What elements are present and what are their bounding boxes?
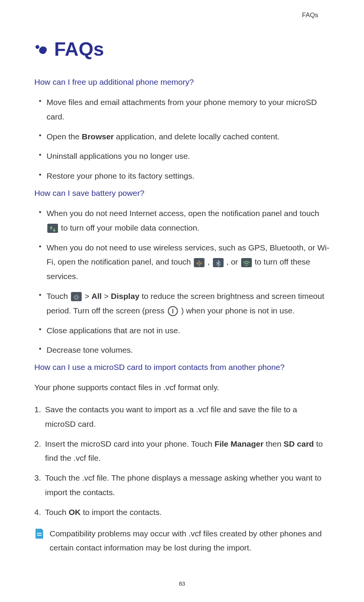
item-number: 2. bbox=[34, 437, 41, 451]
bluetooth-icon bbox=[213, 258, 224, 267]
list-item-text-mid: > bbox=[102, 292, 111, 300]
numbered-item-text-pre: Insert the microSD card into your phone.… bbox=[45, 439, 214, 448]
numbered-item-bold: File Manager bbox=[214, 439, 263, 448]
list-item-text: Move files and email attachments from yo… bbox=[47, 98, 317, 121]
numbered-item: 4. Touch OK to import the contacts. bbox=[34, 505, 330, 520]
mobile-data-icon bbox=[47, 224, 58, 233]
list-item-bold: Display bbox=[111, 292, 140, 300]
numbered-item-text-pre: Touch bbox=[45, 508, 69, 516]
svg-point-4 bbox=[74, 295, 79, 300]
list-item-text: Close applications that are not in use. bbox=[47, 326, 180, 335]
power-button-icon bbox=[168, 306, 178, 316]
list-item-bold: Browser bbox=[82, 132, 114, 141]
list-item-text: Decrease tone volumes. bbox=[47, 345, 133, 354]
document-page: FAQs FAQs How can I free up additional p… bbox=[0, 0, 364, 602]
note-icon bbox=[34, 528, 44, 541]
list-item: Touch > All > Display to reduce the scre… bbox=[39, 289, 330, 318]
faq-answer-list-1: Move files and email attachments from yo… bbox=[34, 95, 330, 183]
list-item-sep: , or bbox=[226, 257, 240, 266]
item-number: 1. bbox=[34, 402, 41, 417]
list-item-text: Restore your phone to its factory settin… bbox=[47, 171, 195, 180]
faq-intro-text: Your phone supports contact files in .vc… bbox=[34, 380, 330, 395]
list-item-text-post: ) when your phone is not in use. bbox=[181, 306, 295, 315]
note-text: Compatibility problems may occur with .v… bbox=[50, 526, 330, 555]
numbered-item-text: Touch the .vcf file. The phone displays … bbox=[45, 473, 322, 497]
wifi-icon bbox=[241, 258, 252, 267]
note-block: Compatibility problems may occur with .v… bbox=[34, 526, 330, 555]
faqs-logo-icon bbox=[34, 43, 50, 55]
list-item-text-post: application, and delete locally cached c… bbox=[114, 132, 279, 141]
list-item-text: Uninstall applications you no longer use… bbox=[47, 152, 190, 160]
list-item-sep: , bbox=[208, 257, 212, 266]
list-item-text-pre: Open the bbox=[47, 132, 82, 141]
list-item: Move files and email attachments from yo… bbox=[39, 95, 330, 124]
numbered-list: 1. Save the contacts you want to import … bbox=[34, 402, 330, 520]
list-item: Close applications that are not in use. bbox=[39, 323, 330, 338]
list-item: Uninstall applications you no longer use… bbox=[39, 149, 330, 163]
faq-question-2: How can I save battery power? bbox=[34, 189, 330, 198]
svg-point-3 bbox=[75, 296, 78, 299]
list-item: Open the Browser application, and delete… bbox=[39, 129, 330, 144]
numbered-item-text: Save the contacts you want to import as … bbox=[45, 405, 297, 428]
numbered-item: 2. Insert the microSD card into your pho… bbox=[34, 437, 330, 466]
svg-point-0 bbox=[35, 45, 39, 49]
settings-icon bbox=[71, 292, 82, 301]
faq-question-1: How can I free up additional phone memor… bbox=[34, 77, 330, 87]
list-item-bold: All bbox=[92, 292, 102, 300]
item-number: 4. bbox=[34, 505, 41, 520]
svg-point-2 bbox=[199, 263, 200, 264]
numbered-item: 3. Touch the .vcf file. The phone displa… bbox=[34, 471, 330, 500]
item-number: 3. bbox=[34, 471, 41, 485]
header-section-label: FAQs bbox=[34, 11, 330, 19]
numbered-item: 1. Save the contacts you want to import … bbox=[34, 402, 330, 431]
faq-question-3: How can I use a microSD card to import c… bbox=[34, 363, 330, 372]
page-title-row: FAQs bbox=[34, 38, 330, 60]
numbered-item-text-mid: then bbox=[264, 439, 284, 448]
list-item-text-mid: > bbox=[85, 292, 92, 300]
faq-answer-list-2: When you do not need Internet access, op… bbox=[34, 206, 330, 357]
list-item-text-pre: Touch bbox=[47, 292, 70, 300]
gps-icon bbox=[194, 258, 205, 267]
list-item: When you do not need to use wireless ser… bbox=[39, 240, 330, 284]
list-item: When you do not need Internet access, op… bbox=[39, 206, 330, 235]
page-title: FAQs bbox=[54, 38, 104, 60]
page-number: 83 bbox=[179, 580, 185, 587]
numbered-item-text-post: to import the contacts. bbox=[81, 508, 161, 516]
list-item: Decrease tone volumes. bbox=[39, 343, 330, 357]
list-item-text-post: to turn off your mobile data connection. bbox=[61, 223, 200, 232]
numbered-item-bold: SD card bbox=[283, 439, 314, 448]
numbered-item-bold: OK bbox=[69, 508, 81, 516]
list-item-text-pre: When you do not need Internet access, op… bbox=[47, 209, 319, 218]
list-item: Restore your phone to its factory settin… bbox=[39, 169, 330, 183]
